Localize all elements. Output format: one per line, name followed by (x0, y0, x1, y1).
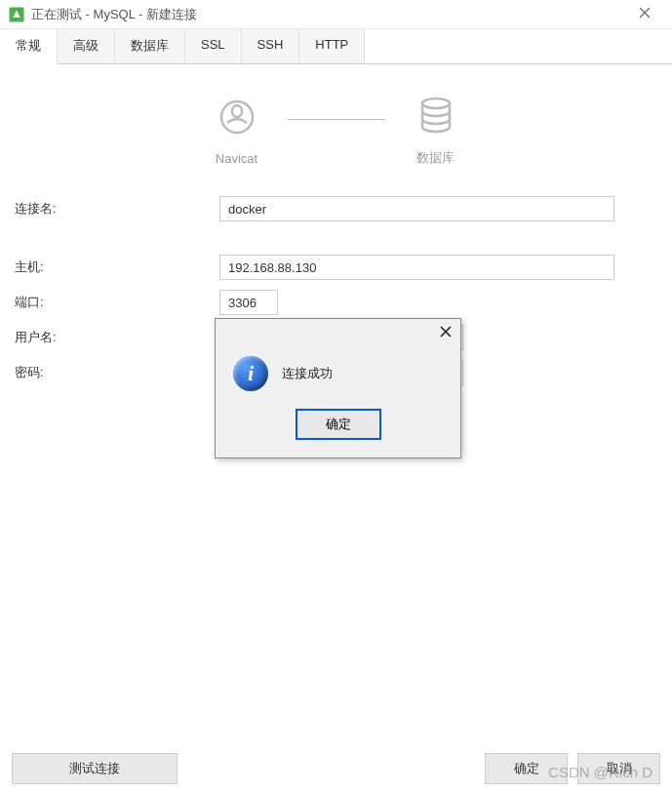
app-icon (8, 6, 25, 23)
info-icon: i (233, 356, 268, 391)
host-input[interactable] (219, 255, 614, 280)
message-dialog: i 连接成功 确定 (215, 318, 461, 458)
username-label: 用户名: (15, 329, 219, 346)
diagram-left: Navicat (216, 96, 258, 166)
tab-advanced[interactable]: 高级 (58, 29, 115, 63)
diagram-left-label: Navicat (216, 151, 257, 166)
window-close-button[interactable] (625, 7, 664, 21)
tabs: 常规 高级 数据库 SSL SSH HTTP (0, 29, 672, 64)
dialog-message: 连接成功 (282, 365, 333, 382)
host-label: 主机: (15, 258, 219, 276)
tab-database[interactable]: 数据库 (115, 29, 185, 63)
tab-general[interactable]: 常规 (0, 29, 58, 64)
diagram-right: 数据库 (415, 94, 457, 167)
tab-ssl[interactable]: SSL (185, 29, 242, 63)
connection-name-input[interactable] (219, 196, 614, 221)
diagram-right-label: 数据库 (416, 149, 455, 167)
dialog-ok-button[interactable]: 确定 (296, 409, 381, 440)
ok-button[interactable]: 确定 (485, 753, 568, 784)
tab-ssh[interactable]: SSH (242, 29, 300, 63)
connection-diagram: Navicat 数据库 (15, 94, 657, 167)
footer: 测试连接 确定 取消 (0, 743, 672, 794)
connection-name-label: 连接名: (15, 200, 219, 218)
password-label: 密码: (15, 364, 219, 381)
port-input[interactable] (219, 290, 278, 315)
test-connection-button[interactable]: 测试连接 (12, 753, 178, 784)
cancel-button[interactable]: 取消 (577, 753, 660, 784)
database-icon (415, 94, 457, 139)
port-label: 端口: (15, 294, 219, 311)
titlebar: 正在测试 - MySQL - 新建连接 (0, 0, 672, 29)
dialog-close-button[interactable] (439, 325, 453, 342)
titlebar-title: 正在测试 - MySQL - 新建连接 (31, 6, 197, 23)
diagram-connector (288, 119, 385, 120)
svg-point-2 (232, 105, 242, 117)
svg-point-3 (422, 99, 450, 108)
navicat-icon (216, 96, 258, 141)
tab-http[interactable]: HTTP (299, 29, 365, 63)
